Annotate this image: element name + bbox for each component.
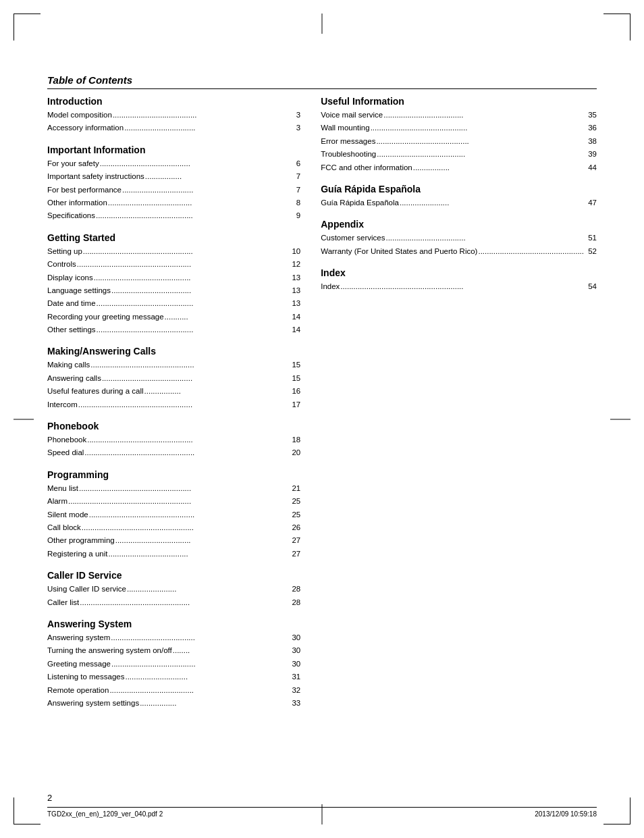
toc-row: Other settings .........................… <box>47 323 300 336</box>
toc-item-dots: ..................................... <box>108 548 289 560</box>
toc-row: Index...................................… <box>321 280 597 293</box>
toc-item-label: Controls <box>47 258 76 271</box>
toc-item-dots: ........................................… <box>78 482 288 495</box>
toc-item-dots: ........... <box>164 311 289 323</box>
toc-row: For best performance ...................… <box>47 184 300 197</box>
toc-row: Date and time ..........................… <box>47 297 300 310</box>
toc-item-label: Troubleshooting <box>321 148 376 161</box>
toc-section: IntroductionModel composition ..........… <box>47 96 300 135</box>
toc-item-label: Turning the answering system on/off <box>47 644 172 657</box>
toc-item-label: Recording your greeting message <box>47 311 164 323</box>
toc-section: Making/Answering CallsMaking calls .....… <box>47 346 300 411</box>
toc-item-page: 32 <box>288 684 300 697</box>
toc-item-label: Useful features during a call <box>47 385 144 398</box>
section-title: Caller ID Service <box>47 570 300 581</box>
toc-row: Accessory information ..................… <box>47 122 300 134</box>
toc-item-label: Answering calls <box>47 372 101 385</box>
toc-section: Guía Rápida EspañolaGuía Rápida Española… <box>321 184 597 209</box>
toc-item-page: 6 <box>288 157 300 170</box>
toc-item-label: Caller list <box>47 596 79 609</box>
toc-item-dots: ........................................… <box>93 271 288 284</box>
toc-item-page: 30 <box>288 631 300 644</box>
toc-item-page: 35 <box>585 109 597 122</box>
footer: TGD2xx_(en_en)_1209_ver_040.pdf 2 2013/1… <box>47 807 597 818</box>
toc-section: ProgrammingMenu list ...................… <box>47 469 300 560</box>
toc-row: Guía Rápida Española ...................… <box>321 197 597 209</box>
toc-item-label: Index <box>321 280 340 293</box>
toc-item-dots: ................................. <box>124 122 288 134</box>
toc-row: Answering system .......................… <box>47 631 300 644</box>
toc-item-page: 15 <box>288 359 300 371</box>
toc-item-dots: ................. <box>139 697 288 710</box>
toc-section: Caller ID ServiceUsing Caller ID service… <box>47 570 300 609</box>
toc-item-dots: ................. <box>144 385 289 398</box>
toc-row: Using Caller ID service ................… <box>47 583 300 596</box>
toc-row: Other information ......................… <box>47 197 300 209</box>
corner-mark-bl <box>14 797 41 824</box>
toc-item-label: Remote operation <box>47 684 109 697</box>
toc-item-page: 3 <box>288 122 300 134</box>
toc-item-dots: ....................................... <box>112 109 288 122</box>
toc-item-page: 26 <box>288 521 300 534</box>
toc-item-page: 28 <box>288 583 300 596</box>
section-title: Index <box>321 267 597 278</box>
toc-item-label: Language settings <box>47 284 111 297</box>
toc-row: Remote operation .......................… <box>47 684 300 697</box>
toc-row: Answering calls ........................… <box>47 372 300 385</box>
section-title: Answering System <box>47 619 300 629</box>
toc-item-page: 14 <box>288 311 300 323</box>
toc-item-dots: ........................................… <box>376 148 585 161</box>
toc-item-page: 31 <box>288 671 300 683</box>
toc-item-dots: ........................................… <box>78 398 288 411</box>
toc-item-page: 25 <box>288 508 300 521</box>
toc-item-dots: ........................................… <box>84 446 288 459</box>
toc-row: Error messages .........................… <box>321 135 597 148</box>
toc-item-label: Specifications <box>47 209 95 222</box>
toc-item-label: Date and time <box>47 297 96 310</box>
toc-row: Answering system settings ..............… <box>47 697 300 710</box>
section-title: Introduction <box>47 96 300 107</box>
toc-item-page: 10 <box>288 245 300 258</box>
toc-item-label: Other information <box>47 197 107 209</box>
toc-item-label: Guía Rápida Española <box>321 197 399 209</box>
toc-item-page: 13 <box>288 284 300 297</box>
toc-row: Display icons ..........................… <box>47 271 300 284</box>
toc-item-dots: ..................................... <box>383 109 585 122</box>
toc-item-label: Error messages <box>321 135 375 148</box>
toc-item-dots: ....................................... <box>107 197 288 209</box>
toc-item-page: 13 <box>288 271 300 284</box>
toc-item-dots: ........................................… <box>88 508 288 521</box>
right-column: Useful InformationVoice mail service ...… <box>321 96 597 719</box>
toc-section: PhonebookPhonebook .....................… <box>47 421 300 460</box>
toc-item-page: 28 <box>288 596 300 609</box>
toc-item-dots: ........................................… <box>76 258 288 271</box>
toc-row: Setting up .............................… <box>47 245 300 258</box>
toc-row: Model composition ......................… <box>47 109 300 122</box>
toc-item-label: Intercom <box>47 398 78 411</box>
toc-item-label: Warranty (For United States and Puerto R… <box>321 245 477 258</box>
toc-item-page: 54 <box>585 280 597 293</box>
toc-item-dots: ....................... <box>126 583 288 596</box>
toc-item-label: Alarm <box>47 495 68 508</box>
toc-item-label: Voice mail service <box>321 109 383 122</box>
toc-item-label: Answering system <box>47 631 110 644</box>
toc-item-label: FCC and other information <box>321 161 412 174</box>
toc-row: Making calls ...........................… <box>47 359 300 371</box>
toc-item-label: Important safety instructions <box>47 170 144 183</box>
section-title: Programming <box>47 469 300 480</box>
toc-row: Call block .............................… <box>47 521 300 534</box>
toc-item-page: 13 <box>288 297 300 310</box>
toc-row: Warranty (For United States and Puerto R… <box>321 245 597 258</box>
toc-item-label: Setting up <box>47 245 82 258</box>
section-title: Guía Rápida Española <box>321 184 597 194</box>
toc-item-label: Greeting message <box>47 658 111 671</box>
corner-mark-tl <box>14 14 41 41</box>
toc-item-dots: ........................................… <box>96 323 289 336</box>
toc-row: Silent mode ............................… <box>47 508 300 521</box>
toc-item-dots: ........................................… <box>370 122 585 134</box>
toc-item-label: Wall mounting <box>321 122 369 134</box>
toc-item-dots: ............................. <box>124 671 288 683</box>
right-center-mark <box>610 419 630 419</box>
toc-item-page: 52 <box>585 245 597 258</box>
toc-item-dots: ........................................… <box>86 434 288 446</box>
